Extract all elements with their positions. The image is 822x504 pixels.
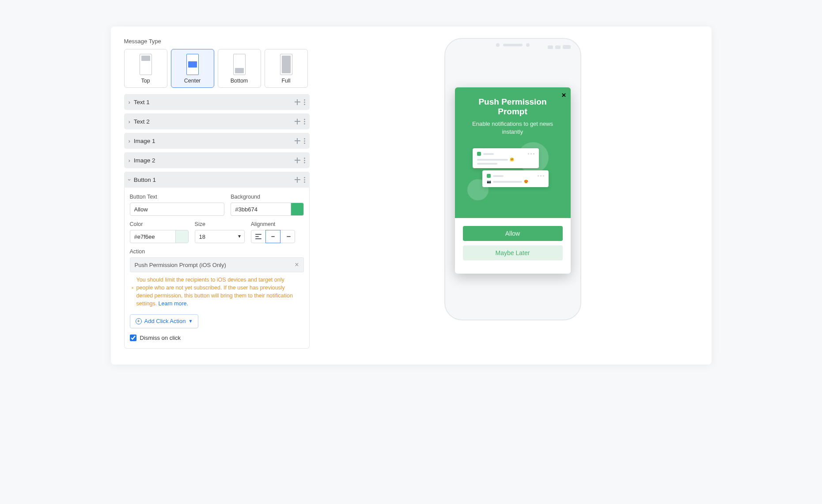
action-value: Push Permission Prompt (iOS Only) xyxy=(135,262,226,268)
phone-notch xyxy=(496,43,530,47)
chevron-right-icon: › xyxy=(129,118,130,125)
caret-down-icon: ▼ xyxy=(188,319,193,323)
background-input[interactable] xyxy=(231,203,290,216)
chevron-right-icon: › xyxy=(129,99,130,105)
accordion-image1[interactable]: › Image 1 xyxy=(124,133,310,149)
msgtype-bottom[interactable]: Bottom xyxy=(218,49,261,88)
iam-allow-button[interactable]: Allow xyxy=(463,226,563,241)
alignment-segment xyxy=(251,230,304,243)
size-select[interactable] xyxy=(195,230,245,243)
action-warning: * You should limit the recipients to iOS… xyxy=(130,276,304,308)
dismiss-checkbox[interactable] xyxy=(130,335,136,341)
kebab-icon[interactable] xyxy=(304,99,305,105)
phone-frame: × Push Permission Prompt Enable notifica… xyxy=(444,38,581,320)
button-text-input[interactable] xyxy=(130,203,225,216)
move-icon[interactable] xyxy=(295,177,300,183)
accordion-button1[interactable]: › Button 1 xyxy=(124,172,310,188)
message-type-label: Message Type xyxy=(124,38,310,45)
notification-illustration: 🤗 📷 😍 xyxy=(464,145,562,207)
color-input[interactable] xyxy=(130,230,175,243)
kebab-icon[interactable] xyxy=(304,177,305,183)
button1-body: Button Text Background Color xyxy=(124,188,310,349)
iam-upper: × Push Permission Prompt Enable notifica… xyxy=(455,87,571,218)
phone-status-icons xyxy=(548,45,571,49)
kebab-icon[interactable] xyxy=(304,119,305,124)
accordion-text1[interactable]: › Text 1 xyxy=(124,94,310,110)
align-left-button[interactable] xyxy=(251,230,266,243)
iam-lower: Allow Maybe Later xyxy=(455,218,571,274)
iam-card: × Push Permission Prompt Enable notifica… xyxy=(455,87,571,274)
move-icon[interactable] xyxy=(295,158,300,163)
align-right-button[interactable] xyxy=(280,230,295,243)
dismiss-label[interactable]: Dismiss on click xyxy=(140,335,181,341)
move-icon[interactable] xyxy=(295,138,300,144)
close-icon[interactable]: × xyxy=(562,91,566,100)
kebab-icon[interactable] xyxy=(304,138,305,144)
editor-panel: Message Type Top Center Bottom Full xyxy=(111,26,712,365)
preview-area: × Push Permission Prompt Enable notifica… xyxy=(327,38,698,353)
plus-circle-icon: + xyxy=(136,318,142,324)
kebab-icon[interactable] xyxy=(304,158,305,163)
chevron-right-icon: › xyxy=(129,138,130,144)
accordion-image2[interactable]: › Image 2 xyxy=(124,152,310,168)
msgtype-center[interactable]: Center xyxy=(171,49,214,88)
iam-later-button[interactable]: Maybe Later xyxy=(463,245,563,260)
background-label: Background xyxy=(231,194,303,200)
action-pill[interactable]: Push Permission Prompt (iOS Only) × xyxy=(130,257,304,272)
color-label: Color xyxy=(130,221,189,227)
add-click-action-button[interactable]: + Add Click Action ▼ xyxy=(130,314,199,328)
msgtype-full[interactable]: Full xyxy=(265,49,308,88)
iam-title: Push Permission Prompt xyxy=(464,97,562,117)
size-label: Size xyxy=(195,221,245,227)
button-text-label: Button Text xyxy=(130,194,225,200)
editor-column: Message Type Top Center Bottom Full xyxy=(124,38,310,353)
move-icon[interactable] xyxy=(295,99,300,105)
learn-more-link[interactable]: Learn more. xyxy=(159,301,188,307)
action-remove-icon[interactable]: × xyxy=(295,261,299,269)
alignment-label: Alignment xyxy=(251,221,304,227)
msgtype-top[interactable]: Top xyxy=(124,49,167,88)
chevron-down-icon: › xyxy=(126,179,133,181)
background-swatch[interactable] xyxy=(291,203,304,216)
move-icon[interactable] xyxy=(295,119,300,124)
chevron-right-icon: › xyxy=(129,157,130,164)
message-type-selector: Top Center Bottom Full xyxy=(124,49,310,88)
asterisk-icon: * xyxy=(132,286,134,308)
iam-subtitle: Enable notifications to get news instant… xyxy=(464,120,562,136)
action-label: Action xyxy=(130,248,304,255)
color-swatch[interactable] xyxy=(175,230,189,243)
accordion-text2[interactable]: › Text 2 xyxy=(124,113,310,129)
align-center-button[interactable] xyxy=(265,230,280,243)
